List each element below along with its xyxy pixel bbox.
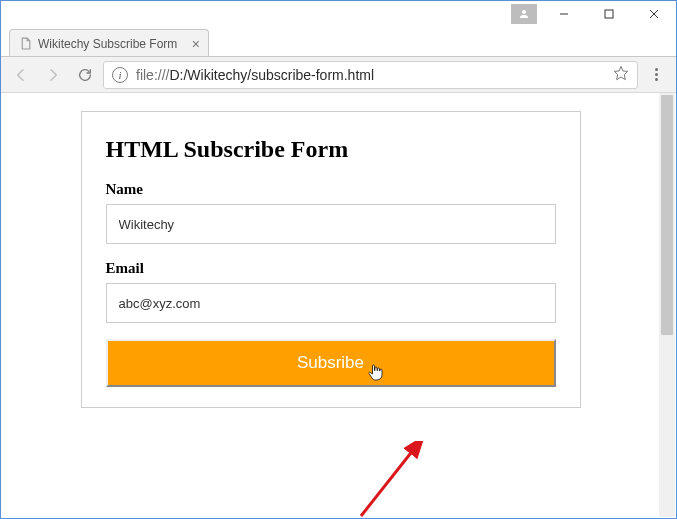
form-heading: HTML Subscribe Form (106, 136, 556, 163)
browser-tab[interactable]: Wikitechy Subscribe Form × (9, 29, 209, 57)
subscribe-button[interactable]: Subsribe (106, 339, 556, 387)
hand-cursor-icon (367, 363, 383, 383)
tab-strip: Wikitechy Subscribe Form × (1, 27, 676, 57)
subscribe-form-card: HTML Subscribe Form Name Email Subsribe (81, 111, 581, 408)
window-titlebar (1, 1, 676, 27)
tab-title: Wikitechy Subscribe Form (38, 37, 186, 51)
email-input[interactable] (106, 283, 556, 323)
chrome-menu-button[interactable] (642, 61, 670, 89)
window-maximize-button[interactable] (586, 1, 631, 27)
svg-marker-4 (614, 66, 627, 79)
email-label: Email (106, 260, 556, 277)
window-controls (541, 1, 676, 27)
subscribe-button-label: Subsribe (297, 353, 364, 373)
forward-button[interactable] (39, 61, 67, 89)
file-icon (18, 37, 32, 51)
vertical-scrollbar[interactable] (659, 93, 675, 517)
reload-button[interactable] (71, 61, 99, 89)
window-close-button[interactable] (631, 1, 676, 27)
bookmark-star-icon[interactable] (613, 65, 629, 85)
name-input[interactable] (106, 204, 556, 244)
url-text: file:///D:/Wikitechy/subscribe-form.html (136, 67, 605, 83)
chrome-user-icon[interactable] (511, 4, 537, 24)
site-info-icon[interactable]: i (112, 67, 128, 83)
window-minimize-button[interactable] (541, 1, 586, 27)
scrollbar-thumb[interactable] (661, 95, 673, 335)
page-content: HTML Subscribe Form Name Email Subsribe (2, 93, 659, 517)
page-viewport: HTML Subscribe Form Name Email Subsribe (2, 93, 675, 517)
back-button[interactable] (7, 61, 35, 89)
toolbar: i file:///D:/Wikitechy/subscribe-form.ht… (1, 57, 676, 93)
svg-rect-1 (605, 10, 613, 18)
name-label: Name (106, 181, 556, 198)
tab-close-icon[interactable]: × (192, 36, 200, 52)
address-bar[interactable]: i file:///D:/Wikitechy/subscribe-form.ht… (103, 61, 638, 89)
